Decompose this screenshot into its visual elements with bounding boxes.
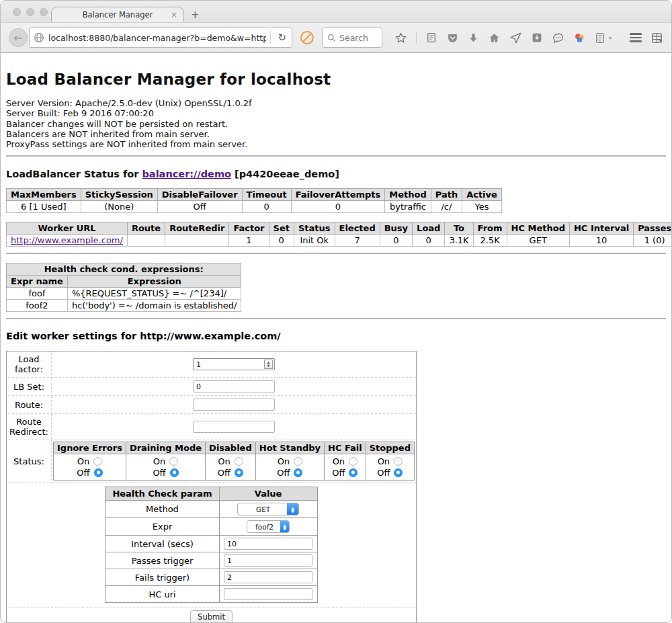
status-option: On [130,456,201,467]
form-row-status: Status: Ignore ErrorsDraining ModeDisabl… [7,440,417,483]
column-header: Busy [380,222,412,235]
menu-icon[interactable] [630,33,642,42]
status-radio-off-hc-fail[interactable] [349,468,358,477]
table-cell: 7 [335,235,380,247]
toolbar-icons: ▾ [394,32,663,44]
inbox-icon[interactable] [531,32,543,44]
status-radio-on-ignore-errors[interactable] [93,457,102,466]
back-button[interactable]: ← [9,28,28,47]
radio-label: Off [153,467,165,479]
status-option: Off [370,467,410,479]
form-row-submit: Submit [7,608,417,623]
table-cell: 0 [413,235,445,247]
status-radio-off-ignore-errors[interactable] [94,468,103,477]
status-column-header: Disabled [206,442,256,454]
table-cell: Init Ok [294,235,335,247]
status-option: Off [58,467,122,479]
close-tab-icon[interactable]: × [171,10,177,19]
status-radio-on-draining-mode[interactable] [169,457,178,466]
bookmark-star-icon[interactable] [394,32,407,44]
route-redirect-input[interactable] [193,421,275,433]
home-icon[interactable] [488,32,501,44]
route-label: Route: [7,396,52,414]
status-column-header: HC Fail [325,442,366,454]
status-radio-on-stopped[interactable] [394,457,403,466]
pocket-icon[interactable] [446,32,459,44]
column-header: FailoverAttempts [291,189,385,201]
download-icon[interactable] [468,32,479,44]
hc-uri-input[interactable] [224,588,312,600]
column-header: To [445,222,473,235]
route-input[interactable] [193,399,275,411]
table-cell: 2.5K [473,235,507,247]
table-cell: http://www.example.com/ [7,235,128,247]
hc-param-label: Fails trigger) [106,569,219,586]
submit-button[interactable]: Submit [190,610,233,623]
lb-set-input[interactable] [193,380,275,392]
status-option: Off [329,467,362,479]
column-header: MaxMembers [7,189,81,201]
status-column-header: Hot Standby [255,442,324,454]
status-radio-on-hc-fail[interactable] [349,457,358,466]
tiles-icon[interactable] [650,32,663,44]
send-icon[interactable] [509,32,522,44]
column-header: Route [127,222,165,235]
window-controls[interactable] [13,8,48,16]
radio-label: On [333,456,345,467]
column-header: Path [431,189,462,201]
fails-trigger-input[interactable] [224,571,312,583]
column-header: HC Method [507,222,569,235]
minimize-window-icon[interactable] [26,8,34,16]
radio-label: Off [77,467,89,479]
chat-icon[interactable] [552,32,564,44]
status-radio-on-hot-standby[interactable] [294,457,302,466]
status-radio-off-hot-standby[interactable] [294,468,302,477]
passes-trigger-input[interactable] [224,554,312,567]
column-header: Health Check param [106,487,219,501]
column-header: Elected [335,222,380,235]
url-text[interactable]: localhost:8880/balancer-manager?b=demo&w… [48,33,266,43]
table-cell: 6 [1 Used] [7,201,81,213]
column-header: HC Interval [569,222,633,235]
chevron-down-icon[interactable]: ▾ [609,35,612,41]
table-cell: 0 [380,235,412,247]
table-cell: 1 (0) [634,235,672,247]
hc-param-value-cell [219,586,317,603]
tab-balancer-manager[interactable]: Balancer Manager × [51,7,184,22]
expr-select[interactable]: foof2▲▼ [247,520,290,533]
url-divider [270,31,271,44]
zoom-window-icon[interactable] [40,8,48,16]
status-radio-off-disabled[interactable] [235,468,243,477]
interval-secs-input[interactable] [224,538,312,550]
hc-param-value-cell [219,536,317,552]
new-tab-button[interactable]: + [191,9,200,21]
search-input[interactable]: Search [322,28,382,48]
column-header: Active [462,189,502,201]
url-bar[interactable]: localhost:8880/balancer-manager?b=demo&w… [29,28,292,48]
reading-list-icon[interactable] [425,32,437,44]
status-radio-off-draining-mode[interactable] [170,468,179,477]
load-factor-input[interactable] [193,358,275,370]
column-header: DisableFailover [157,189,242,201]
stepper-icon[interactable]: ▲▼ [264,360,273,369]
status-radio-off-stopped[interactable] [394,468,403,477]
hc-param-label: Method [106,501,219,518]
worker-url-link[interactable]: http://www.example.com/ [11,235,123,245]
method-select[interactable]: GET▲▼ [237,503,299,515]
balancer-demo-link[interactable]: balancer://demo [142,169,231,179]
select-arrows-icon: ▲▼ [280,520,289,533]
table-cell: 0 [269,235,294,247]
divider [6,253,666,254]
table-cell: 0 [242,201,291,213]
table-cell: 10 [569,235,633,247]
screenshot-dots-icon[interactable] [573,32,586,44]
block-icon[interactable] [300,31,314,44]
status-radio-on-disabled[interactable] [235,457,243,466]
close-window-icon[interactable] [13,8,21,16]
clipboard-panel-icon[interactable] [595,32,605,44]
expr-table: Health check cond. expressions:Expr name… [6,263,241,312]
reload-icon[interactable]: ↻ [275,32,289,44]
expr-name-cell: foof [7,288,68,300]
form-row-route-redirect: Route Redirect: [7,414,417,440]
radio-label: Off [332,467,345,479]
